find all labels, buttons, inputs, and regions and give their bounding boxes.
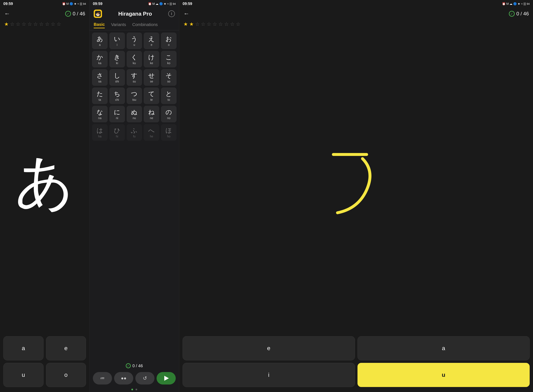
list-icon: ≔ [100, 376, 105, 381]
dot-1 [131, 389, 133, 390]
kana-cell-sa[interactable]: さsa [92, 69, 108, 86]
tab-combinations[interactable]: Combinations [132, 22, 158, 28]
kana-cell-ho[interactable]: ほho [161, 124, 177, 141]
center-m-icon: M [152, 2, 155, 5]
star-8[interactable]: ☆ [45, 21, 50, 27]
battery-left: 94 [83, 2, 86, 5]
right-star-5[interactable]: ☆ [207, 21, 211, 27]
right-star-1[interactable]: ★ [183, 21, 188, 27]
kana-row-3: さsa しshi すsu せse そso [92, 69, 177, 86]
info-button[interactable]: i [168, 10, 175, 17]
right-star-8[interactable]: ☆ [224, 21, 229, 27]
refresh-button[interactable]: ↺ [135, 372, 154, 384]
kana-cell-te[interactable]: てte [144, 87, 159, 104]
left-status-icons: ⏰ M 🔵 ★ ≈ ||| 94 [62, 2, 86, 5]
dots-button[interactable]: ●● [114, 372, 133, 384]
kana-cell-ki[interactable]: きki [109, 51, 125, 67]
kana-cell-to[interactable]: とto [161, 87, 177, 104]
kana-cell-ko[interactable]: こko [161, 51, 177, 67]
kana-cell-se[interactable]: せse [144, 69, 159, 86]
answer-e-right[interactable]: e [182, 336, 355, 360]
kana-cell-o[interactable]: おo [161, 33, 177, 49]
kana-cell-u[interactable]: うu [126, 33, 142, 49]
answer-a-left[interactable]: a [3, 336, 43, 360]
star-6[interactable]: ☆ [33, 21, 38, 27]
kana-cell-tsu[interactable]: つtsu [126, 87, 142, 104]
left-answer-grid: a e u o [0, 334, 89, 392]
play-button[interactable] [157, 372, 176, 384]
star-3[interactable]: ☆ [16, 21, 20, 27]
star-9[interactable]: ☆ [51, 21, 55, 27]
page-dots [89, 389, 179, 392]
right-counter: ✓ 0 / 46 [509, 11, 529, 17]
right-star-6[interactable]: ☆ [213, 21, 217, 27]
kana-row-2: かka きki くku けke こko [92, 51, 177, 67]
kana-cell-e[interactable]: えe [144, 33, 159, 49]
right-star-3[interactable]: ☆ [195, 21, 200, 27]
kana-cell-hi[interactable]: ひhi [109, 124, 125, 141]
kana-row-6: はha ひhi ふfu へhe ほho [92, 124, 177, 141]
right-star-2[interactable]: ★ [189, 21, 194, 27]
kana-cell-he[interactable]: へhe [144, 124, 159, 141]
answer-i-right[interactable]: i [182, 363, 355, 387]
answer-a-right[interactable]: a [357, 336, 530, 360]
center-signal-icons: ☁ 🔵 ★ ≈ ||| [155, 2, 172, 5]
main-character-left: あ [15, 152, 75, 211]
kana-cell-i[interactable]: いi [109, 33, 125, 49]
center-status-icons: ⏰ M ☁ 🔵 ★ ≈ ||| 94 [148, 2, 176, 5]
kana-cell-a[interactable]: あa [92, 33, 108, 49]
kana-cell-nu[interactable]: ぬnu [126, 106, 142, 122]
answer-u-left[interactable]: u [3, 363, 43, 387]
kana-row-4: たta ちchi つtsu てte とto [92, 87, 177, 104]
kana-cell-ke[interactable]: けke [144, 51, 159, 67]
answer-u-right[interactable]: u [357, 363, 530, 387]
kana-cell-ku[interactable]: くku [126, 51, 142, 67]
tab-basic[interactable]: Basic [94, 22, 105, 28]
kana-cell-ka[interactable]: かka [92, 51, 108, 67]
right-alarm-icon: ⏰ [502, 2, 505, 5]
right-status-icons: ⏰ M ☁ 🔵 ★ ≈ ||| 94 [502, 2, 530, 5]
app-header: 🍜 Hiragana Pro i [89, 8, 179, 20]
kana-row-5: なna にni ぬnu ねne のno [92, 106, 177, 122]
star-5[interactable]: ☆ [28, 21, 32, 27]
right-answer-grid: e a i u [179, 334, 533, 392]
kana-cell-su[interactable]: すsu [126, 69, 142, 86]
back-button-left[interactable]: ← [4, 10, 10, 17]
right-star-9[interactable]: ☆ [230, 21, 235, 27]
signal-icons: 🔵 ★ ≈ ||| [70, 2, 82, 5]
answer-o-left[interactable]: o [46, 363, 86, 387]
kana-cell-ne[interactable]: ねne [144, 106, 159, 122]
star-2[interactable]: ☆ [10, 21, 14, 27]
kana-cell-shi[interactable]: しshi [109, 69, 125, 86]
answer-e-left[interactable]: e [46, 336, 86, 360]
kana-cell-ni[interactable]: にni [109, 106, 125, 122]
center-check-icon: ✓ [126, 363, 131, 368]
star-10[interactable]: ☆ [57, 21, 61, 27]
check-icon-right: ✓ [509, 11, 515, 17]
svg-text:🍜: 🍜 [96, 12, 100, 16]
kana-cell-ta[interactable]: たta [92, 87, 108, 104]
kana-cell-chi[interactable]: ちchi [109, 87, 125, 104]
back-button-right[interactable]: ← [183, 10, 189, 17]
list-button[interactable]: ≔ [93, 372, 112, 384]
star-4[interactable]: ☆ [22, 21, 26, 27]
play-icon [164, 376, 169, 381]
kana-cell-so[interactable]: そso [161, 69, 177, 86]
right-star-7[interactable]: ☆ [218, 21, 223, 27]
star-7[interactable]: ☆ [39, 21, 44, 27]
left-stars: ★ ☆ ☆ ☆ ☆ ☆ ☆ ☆ ☆ ☆ [0, 20, 89, 29]
kana-cell-fu[interactable]: ふfu [126, 124, 142, 141]
app-icon[interactable]: 🍜 [94, 9, 102, 18]
star-1[interactable]: ★ [4, 21, 9, 27]
left-status-bar: 09:59 ⏰ M 🔵 ★ ≈ ||| 94 [0, 0, 89, 8]
kana-cell-no[interactable]: のno [161, 106, 177, 122]
tab-variants[interactable]: Variants [111, 22, 126, 28]
alarm-icon: ⏰ [62, 2, 65, 5]
kana-cell-ha[interactable]: はha [92, 124, 108, 141]
kana-cell-na[interactable]: なna [92, 106, 108, 122]
right-star-4[interactable]: ☆ [201, 21, 206, 27]
left-panel: 09:59 ⏰ M 🔵 ★ ≈ ||| 94 ← ✓ 0 / 46 ★ ☆ ☆ … [0, 0, 89, 392]
right-time: 09:59 [182, 2, 192, 6]
right-star-10[interactable]: ☆ [236, 21, 240, 27]
right-panel: 09:59 ⏰ M ☁ 🔵 ★ ≈ ||| 94 ← ✓ 0 / 46 ★ ★ … [179, 0, 533, 392]
